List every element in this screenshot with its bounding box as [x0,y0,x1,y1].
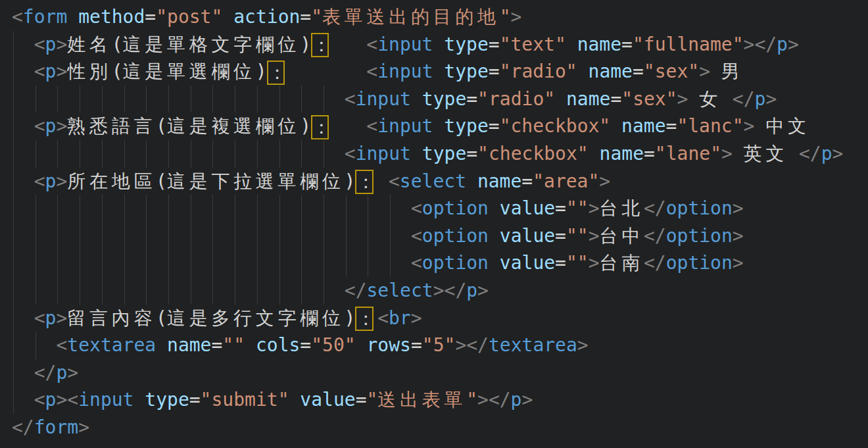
code-token: p [56,362,67,384]
indent-guide [13,359,14,387]
code-editor[interactable]: <form method="post" action="表單送出的目的地"> <… [0,0,868,448]
code-token [12,280,345,301]
indent-guide [168,86,169,113]
code-token [289,389,300,411]
code-token [610,115,621,137]
code-token: < [411,252,422,274]
indent-guide [57,277,58,305]
code-token [555,88,566,110]
indent-guide [13,112,14,140]
code-token: option [666,197,733,219]
code-token: >< [56,389,78,411]
code-token: "radio" [500,61,577,82]
code-token: = [211,334,222,356]
code-token: = [300,334,311,356]
code-line: <p>性別(這是單選欄位)： <input type="radio" name=… [12,58,868,86]
code-token [12,197,411,219]
indent-guide [80,277,80,305]
code-line: <option value="">台中</option> [12,222,868,250]
indent-guide [80,195,80,222]
code-token: > [733,252,744,274]
code-token: option [666,225,733,247]
code-token: p [45,115,57,137]
indent-guide [36,222,36,250]
code-line: <p>熟悉語言(這是複選欄位)： <input type="checkbox" … [12,112,868,140]
indent-guide [13,31,14,59]
code-token: "" [566,197,589,219]
indent-guide [301,249,302,277]
indent-guide [301,195,302,222]
code-token: 姓名(這是單格文字欄位) [67,34,311,55]
code-token: "radio" [477,88,555,110]
code-token: > [733,225,744,247]
indent-guide [235,86,235,113]
code-token: type [444,115,488,137]
code-token: > [56,34,67,55]
code-token [12,362,34,384]
code-token [12,115,34,137]
indent-guide [390,195,391,222]
unicode-highlight-colon: ： [267,61,285,85]
code-token: </ [644,197,666,219]
code-token: < [34,61,45,82]
code-token [245,334,256,356]
code-token: > [56,115,67,137]
code-token: p [45,61,57,82]
code-token [12,170,34,192]
code-token: rows [367,334,411,356]
code-token: type [444,61,488,82]
code-token: > [832,143,844,164]
code-token: textarea [67,334,156,356]
code-token [12,252,411,274]
indent-guide [346,195,347,222]
code-token: ></ [433,280,467,301]
indent-guide [390,222,391,250]
code-token: < [377,307,389,329]
indent-guide [36,140,36,168]
code-token: < [389,170,400,192]
code-token [489,252,500,274]
indent-guide [279,249,280,277]
indent-guide [301,222,302,250]
indent-guide [191,249,191,277]
code-token: </ [644,252,666,274]
code-token: < [34,34,45,55]
indent-guide [235,249,235,277]
code-token: br [389,307,411,329]
code-token: 女 [688,88,732,110]
indent-guide [212,140,213,168]
code-token: < [34,170,45,192]
indent-guide [80,140,80,168]
code-token: = [189,389,201,411]
indent-guide [257,222,258,250]
code-token: = [555,197,566,219]
code-token: name [477,170,521,192]
code-token [377,170,389,192]
code-token: option [422,197,489,219]
code-token [489,197,500,219]
code-token: "" [566,225,589,247]
indent-guide [301,140,302,168]
code-token [577,61,589,82]
code-token: < [366,115,377,137]
code-token: input [78,389,133,411]
code-token: "送出表單" [367,389,478,411]
code-token: p [45,389,57,411]
code-token: "lanc" [677,115,743,137]
code-token: textarea [489,334,577,356]
code-token: input [377,115,433,137]
indent-guide [324,195,324,222]
indent-guide [235,222,235,250]
code-token: "" [222,334,245,356]
indent-guide [146,222,147,250]
indent-guide [102,222,103,250]
indent-guide [36,86,36,113]
indent-guide [57,195,58,222]
code-token: < [345,143,356,164]
code-token: > [733,197,744,219]
code-token [222,6,233,28]
indent-guide [301,277,302,305]
code-token [12,307,34,329]
code-token: "lane" [655,143,721,164]
code-line: <form method="post" action="表單送出的目的地"> [12,3,868,31]
